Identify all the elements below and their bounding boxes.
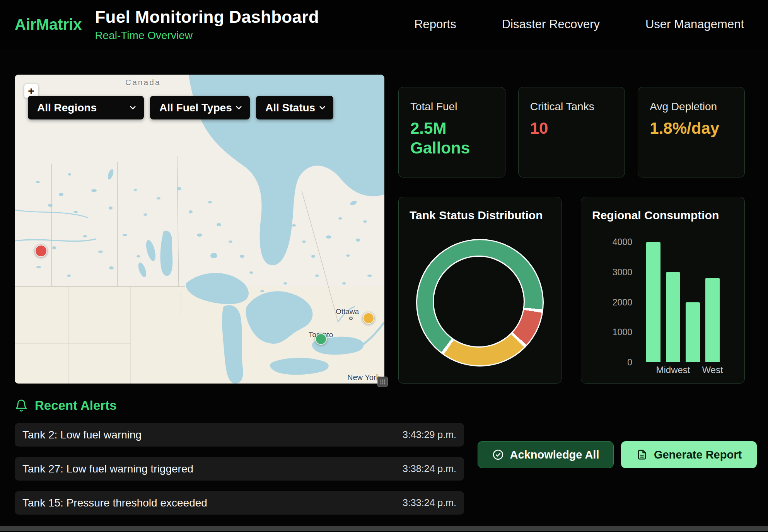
chevron-down-icon bbox=[236, 106, 242, 110]
stat-card-avg-depletion: Avg Depletion 1.8%/day bbox=[638, 87, 745, 177]
acknowledge-all-label: Acknowledge All bbox=[510, 448, 599, 461]
donut-hole bbox=[433, 256, 525, 348]
fuel-types-filter[interactable]: All Fuel Types bbox=[150, 96, 250, 119]
alert-time: 3:43:29 p.m. bbox=[403, 429, 456, 440]
status-filter-value: All Status bbox=[265, 102, 315, 114]
tank-marker-normal[interactable] bbox=[315, 333, 327, 345]
app-header: AirMatrix Fuel Monitoring Dashboard Real… bbox=[0, 0, 768, 49]
document-icon bbox=[636, 449, 648, 460]
fuel-monitoring-dashboard: AirMatrix Fuel Monitoring Dashboard Real… bbox=[0, 0, 768, 532]
nav-disaster-recovery[interactable]: Disaster Recovery bbox=[502, 17, 600, 31]
alert-row[interactable]: Tank 15: Pressure threshold exceeded 3:3… bbox=[15, 491, 464, 515]
check-circle-icon bbox=[492, 449, 504, 460]
main-content: Canada Ottawa Toronto New York + All Reg… bbox=[0, 49, 768, 384]
bar-x-label: West bbox=[702, 365, 723, 375]
generate-report-label: Generate Report bbox=[654, 448, 742, 461]
bar bbox=[646, 242, 660, 362]
recent-alerts-section: Recent Alerts Tank 2: Low fuel warning 3… bbox=[0, 384, 768, 515]
tank-status-panel: Tank Status Distribution bbox=[398, 197, 561, 384]
alerts-title: Recent Alerts bbox=[35, 398, 117, 413]
acknowledge-all-button[interactable]: Acknowledge All bbox=[478, 441, 614, 468]
map-container: Canada Ottawa Toronto New York + All Reg… bbox=[15, 75, 384, 384]
stat-label: Total Fuel bbox=[410, 101, 493, 113]
right-column: Total Fuel 2.5M Gallons Critical Tanks 1… bbox=[398, 75, 745, 384]
alert-time: 3:33:24 p.m. bbox=[403, 497, 456, 508]
stat-value: 2.5M Gallons bbox=[410, 118, 490, 158]
bar-chart-plot: MidwestWest bbox=[646, 242, 720, 362]
ottawa-city-dot bbox=[349, 317, 353, 320]
donut-chart-title: Tank Status Distribution bbox=[410, 209, 550, 222]
bell-icon bbox=[15, 399, 28, 412]
tank-marker-critical[interactable] bbox=[35, 245, 47, 257]
main-nav: Reports Disaster Recovery User Managemen… bbox=[414, 17, 744, 31]
title-block: Fuel Monitoring Dashboard Real-Time Over… bbox=[95, 7, 319, 42]
alert-message: Tank 2: Low fuel warning bbox=[22, 429, 142, 441]
alert-message: Tank 15: Pressure threshold exceeded bbox=[22, 497, 207, 509]
stat-value: 1.8%/day bbox=[650, 118, 729, 138]
bar: West bbox=[705, 242, 720, 362]
bar-chart-title: Regional Consumption bbox=[592, 209, 734, 222]
stats-row: Total Fuel 2.5M Gallons Critical Tanks 1… bbox=[398, 87, 745, 177]
regions-filter[interactable]: All Regions bbox=[28, 96, 144, 119]
alert-actions: Acknowledge All Generate Report bbox=[478, 441, 757, 468]
stat-card-critical-tanks: Critical Tanks 10 bbox=[518, 87, 625, 177]
bar-x-label: Midwest bbox=[656, 365, 690, 375]
bar-chart-y-axis: 01000200030004000 bbox=[594, 242, 639, 362]
regional-consumption-chart: 01000200030004000 MidwestWest bbox=[592, 242, 734, 362]
tank-status-donut bbox=[416, 239, 544, 367]
alert-message: Tank 27: Low fuel warning triggered bbox=[22, 463, 193, 475]
alerts-header: Recent Alerts bbox=[15, 398, 768, 413]
map-label-ottawa: Ottawa bbox=[336, 307, 359, 316]
bar bbox=[686, 242, 700, 362]
chevron-down-icon bbox=[130, 106, 136, 110]
page-subtitle: Real-Time Overview bbox=[95, 29, 319, 42]
stat-value: 10 bbox=[530, 118, 609, 138]
stat-label: Critical Tanks bbox=[530, 101, 613, 113]
horizontal-scrollbar[interactable] bbox=[0, 526, 768, 531]
alert-time: 3:38:24 p.m. bbox=[403, 463, 456, 474]
map-filters: All Regions All Fuel Types All Status bbox=[28, 96, 333, 119]
map-label-new-york: New York bbox=[347, 373, 380, 382]
generate-report-button[interactable]: Generate Report bbox=[621, 441, 757, 468]
nav-reports[interactable]: Reports bbox=[414, 17, 456, 31]
bar: Midwest bbox=[666, 242, 680, 362]
regional-consumption-panel: Regional Consumption 01000200030004000 M… bbox=[581, 197, 745, 384]
stat-label: Avg Depletion bbox=[650, 101, 733, 113]
map[interactable]: Canada Ottawa Toronto New York + All Reg… bbox=[15, 75, 384, 384]
alert-row[interactable]: Tank 2: Low fuel warning 3:43:29 p.m. bbox=[15, 423, 464, 447]
stat-card-total-fuel: Total Fuel 2.5M Gallons bbox=[398, 87, 505, 177]
map-label-canada: Canada bbox=[125, 78, 161, 87]
fuel-types-filter-value: All Fuel Types bbox=[159, 102, 232, 114]
nav-user-management[interactable]: User Management bbox=[645, 17, 744, 31]
tank-marker-warning[interactable] bbox=[363, 312, 374, 324]
page-title: Fuel Monitoring Dashboard bbox=[95, 7, 319, 27]
status-filter[interactable]: All Status bbox=[256, 96, 333, 119]
charts-row: Tank Status Distribution Regional Consum… bbox=[398, 197, 745, 384]
chevron-down-icon bbox=[319, 106, 326, 110]
alert-list: Tank 2: Low fuel warning 3:43:29 p.m. Ta… bbox=[15, 423, 464, 515]
brand-logo: AirMatrix bbox=[15, 16, 82, 33]
regions-filter-value: All Regions bbox=[37, 102, 97, 114]
alert-row[interactable]: Tank 27: Low fuel warning triggered 3:38… bbox=[15, 457, 464, 481]
